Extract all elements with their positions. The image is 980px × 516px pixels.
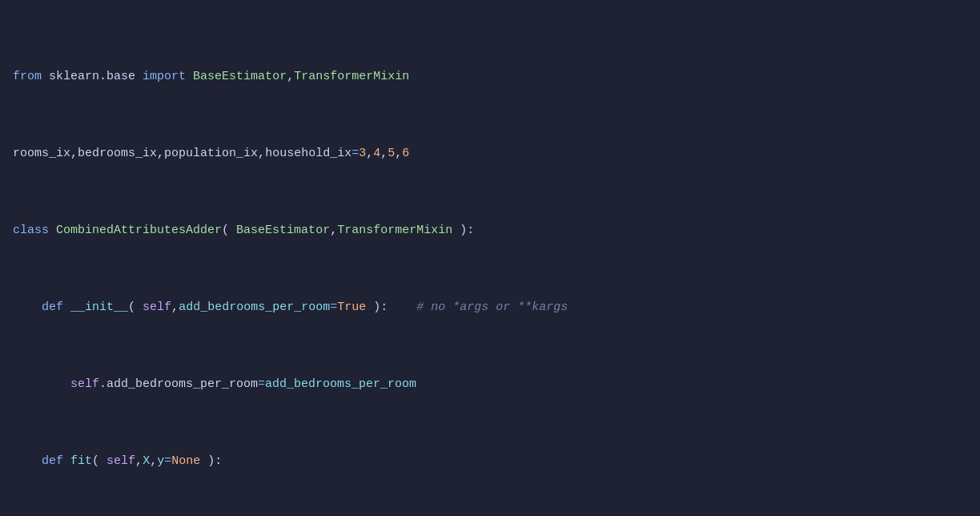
code-line-6: def fit( self,X,y=None ): bbox=[13, 452, 967, 471]
code-line-1: from sklearn.base import BaseEstimator,T… bbox=[13, 67, 967, 87]
code-editor: from sklearn.base import BaseEstimator,T… bbox=[13, 10, 967, 516]
code-line-3: class CombinedAttributesAdder( BaseEstim… bbox=[13, 221, 967, 240]
code-line-2: rooms_ix,bedrooms_ix,population_ix,house… bbox=[13, 144, 967, 163]
code-line-4: def __init__( self,add_bedrooms_per_room… bbox=[13, 298, 967, 317]
code-line-5: self.add_bedrooms_per_room=add_bedrooms_… bbox=[13, 375, 967, 394]
